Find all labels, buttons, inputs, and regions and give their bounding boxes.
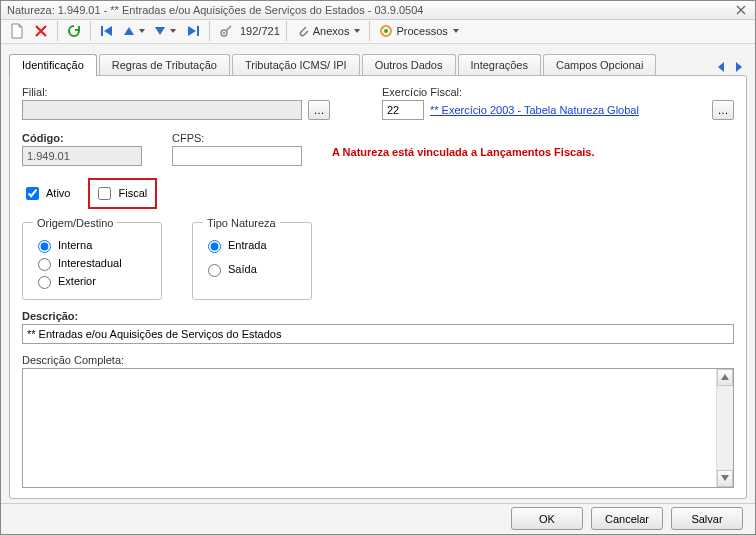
search-button[interactable]	[216, 20, 236, 42]
cancelar-button[interactable]: Cancelar	[591, 507, 663, 530]
descricao-completa-field[interactable]	[23, 369, 715, 487]
filial-label: Filial:	[22, 86, 48, 98]
processos-menu[interactable]: Processos	[376, 20, 461, 42]
cfps-label: CFPS:	[172, 132, 204, 144]
chevron-down-icon	[354, 29, 360, 33]
titlebar: Natureza: 1.949.01 - ** Entradas e/ou Aq…	[1, 1, 755, 20]
svg-point-4	[223, 32, 225, 34]
exercicio-label: Exercício Fiscal:	[382, 86, 462, 98]
ativo-label: Ativo	[46, 187, 70, 199]
tipo-natureza-group: Tipo Natureza Entrada Saída	[192, 217, 312, 300]
window-title: Natureza: 1.949.01 - ** Entradas e/ou Aq…	[7, 4, 423, 16]
exercicio-link[interactable]: ** Exercício 2003 - Tabela Natureza Glob…	[430, 104, 639, 116]
filial-field[interactable]	[22, 100, 302, 120]
tab-campos-opcionais[interactable]: Campos Opcionai	[543, 54, 656, 76]
scroll-up-button[interactable]	[717, 369, 733, 386]
svg-point-6	[384, 29, 388, 33]
fiscal-highlight: Fiscal	[88, 178, 157, 209]
ellipsis-icon: …	[314, 104, 325, 116]
fiscal-checkbox[interactable]: Fiscal	[94, 184, 147, 203]
ellipsis-icon: …	[718, 104, 729, 116]
fiscal-label: Fiscal	[118, 187, 147, 199]
scroll-down-button[interactable]	[717, 470, 733, 487]
ativo-checkbox[interactable]: Ativo	[22, 184, 70, 203]
cfps-field[interactable]	[172, 146, 302, 166]
window-close-button[interactable]	[733, 2, 749, 18]
tab-scroll-right[interactable]	[731, 59, 747, 75]
anexos-label: Anexos	[313, 25, 350, 37]
content-area: Identificação Regras de Tributação Tribu…	[1, 44, 755, 503]
origem-interna[interactable]: Interna	[33, 237, 151, 253]
svg-line-3	[227, 26, 232, 31]
tabstrip: Identificação Regras de Tributação Tribu…	[9, 50, 747, 75]
tab-identificacao[interactable]: Identificação	[9, 54, 97, 76]
descricao-completa-wrap	[22, 368, 734, 488]
processos-label: Processos	[396, 25, 447, 37]
window-natureza: Natureza: 1.949.01 - ** Entradas e/ou Aq…	[0, 0, 756, 535]
salvar-button[interactable]: Salvar	[671, 507, 743, 530]
nav-first-button[interactable]	[97, 20, 117, 42]
chevron-down-icon	[453, 29, 459, 33]
tab-integracoes[interactable]: Integrações	[458, 54, 541, 76]
tab-scroll-left[interactable]	[713, 59, 729, 75]
descricao-completa-label: Descrição Completa:	[22, 354, 124, 366]
record-counter: 192/721	[240, 25, 280, 37]
origem-legend: Origem/Destino	[33, 217, 117, 229]
svg-rect-1	[197, 26, 199, 36]
ok-button[interactable]: OK	[511, 507, 583, 530]
exercicio-lookup-button[interactable]: …	[712, 100, 734, 120]
exercicio-field[interactable]	[382, 100, 424, 120]
fiscal-checkbox-input[interactable]	[98, 187, 111, 200]
descricao-label: Descrição:	[22, 310, 78, 322]
nav-next-button[interactable]	[152, 20, 179, 42]
anexos-menu[interactable]: Anexos	[293, 20, 364, 42]
delete-button[interactable]	[31, 20, 51, 42]
tipo-saida[interactable]: Saída	[203, 261, 301, 277]
filial-lookup-button[interactable]: …	[308, 100, 330, 120]
tab-outros-dados[interactable]: Outros Dados	[362, 54, 456, 76]
tipo-legend: Tipo Natureza	[203, 217, 280, 229]
tab-regras-tributacao[interactable]: Regras de Tributação	[99, 54, 230, 76]
warning-text: A Natureza está vinculada a Lançamentos …	[332, 146, 594, 158]
scrollbar-vertical[interactable]	[716, 369, 733, 487]
svg-rect-0	[101, 26, 103, 36]
origem-destino-group: Origem/Destino Interna Interestadual Ext…	[22, 217, 162, 300]
tab-tributacao-icms-ipi[interactable]: Tributação ICMS/ IPI	[232, 54, 360, 76]
descricao-field[interactable]	[22, 324, 734, 344]
tipo-entrada[interactable]: Entrada	[203, 237, 301, 253]
nav-last-button[interactable]	[183, 20, 203, 42]
chevron-down-icon	[170, 29, 176, 33]
footer: OK Cancelar Salvar	[1, 503, 755, 534]
chevron-down-icon	[139, 29, 145, 33]
nav-prev-button[interactable]	[121, 20, 148, 42]
tab-panel-identificacao: Filial: … Exercício Fiscal: ** Exercício…	[9, 75, 747, 499]
codigo-field[interactable]	[22, 146, 142, 166]
codigo-label: Código:	[22, 132, 64, 144]
ativo-checkbox-input[interactable]	[26, 187, 39, 200]
toolbar: 192/721 Anexos Processos	[1, 20, 755, 44]
origem-interestadual[interactable]: Interestadual	[33, 255, 151, 271]
new-button[interactable]	[7, 20, 27, 42]
origem-exterior[interactable]: Exterior	[33, 273, 151, 289]
refresh-button[interactable]	[64, 20, 84, 42]
